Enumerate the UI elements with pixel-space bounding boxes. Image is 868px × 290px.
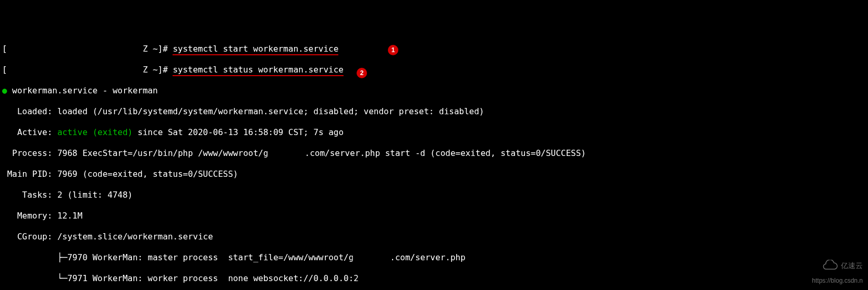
active-state: active (exited): [57, 127, 133, 137]
active-line: Active: active (exited) since Sat 2020-0…: [2, 127, 866, 138]
command-start: systemctl start workerman.service: [173, 44, 338, 55]
prompt-line-2[interactable]: [Z ~]# systemctl status workerman.servic…: [2, 65, 866, 75]
prompt-line-1[interactable]: [Z ~]# systemctl start workerman.service…: [2, 44, 866, 54]
unit-name: workerman.service - workerman: [12, 86, 157, 95]
main-pid-line: Main PID: 7969 (code=exited, status=0/SU…: [2, 169, 866, 179]
command-status: systemctl status workerman.service: [173, 65, 344, 76]
loaded-line: Loaded: loaded (/usr/lib/systemd/system/…: [2, 106, 866, 117]
badge-2: 2: [357, 68, 367, 78]
cgroup-line: CGroup: /system.slice/workerman.service: [2, 232, 866, 242]
status-dot-icon: ●: [2, 86, 7, 95]
tasks-line: Tasks: 2 (limit: 4748): [2, 190, 866, 200]
badge-1: 1: [388, 45, 398, 55]
watermark-text: https://blog.csdn.n: [812, 277, 863, 285]
cgroup-tree-1: ├─7970 WorkerMan: master process start_f…: [2, 252, 866, 263]
unit-header: ● workerman.service - workerman: [2, 86, 866, 96]
process-line: Process: 7968 ExecStart=/usr/bin/php /ww…: [2, 148, 866, 159]
memory-line: Memory: 12.1M: [2, 211, 866, 221]
prompt-suffix: Z ~]#: [143, 65, 173, 75]
cgroup-tree-2: └─7971 WorkerMan: worker process none we…: [2, 273, 866, 284]
cloud-logo-icon: 亿速云: [820, 260, 863, 272]
prompt-suffix: Z ~]#: [143, 44, 173, 54]
